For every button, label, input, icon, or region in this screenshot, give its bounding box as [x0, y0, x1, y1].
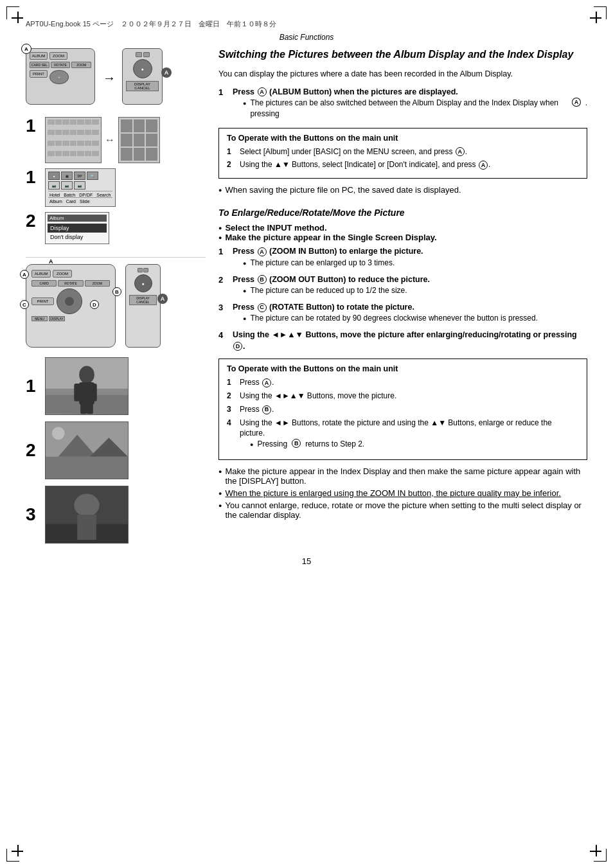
s2-step3-content: Press C (ROTATE Button) to rotate the pi…	[233, 302, 587, 326]
photo-step-num-1: 1	[26, 377, 39, 395]
box2-s1-text: Press A.	[240, 377, 274, 388]
photo-3-dark	[45, 486, 129, 544]
section1-step1: 1 Press A (ALBUM Button) when the pictur…	[218, 87, 587, 121]
photo-1-person	[45, 357, 129, 415]
box1-step1: 1 Select [Album] under [BASIC] on the ME…	[227, 146, 579, 157]
section2-step2: 2 Press B (ZOOM OUT Button) to reduce th…	[218, 274, 587, 298]
step-row-2-album: 2 Album Display Don't display	[26, 212, 206, 244]
circle-C-s2: C	[258, 303, 267, 312]
info-box-1: To Operate with the Buttons on the main …	[218, 128, 587, 179]
crosshair-br	[590, 845, 601, 856]
section2-step4: 4 Using the ◄►▲▼ Buttons, move the pictu…	[218, 330, 587, 352]
s2-step-num-1: 1	[218, 246, 227, 270]
box2-title: To Operate with the Buttons on the main …	[227, 364, 579, 373]
svg-point-3	[79, 366, 94, 384]
svg-rect-5	[74, 384, 82, 402]
section1-title: Switching the Pictures between the Album…	[218, 48, 587, 62]
section2-step1: 1 Press A (ZOOM IN Button) to enlarge th…	[218, 246, 587, 270]
remote-diagram-section1: A ALBUM ZOOM CARD SEL ROTATE ZOOM PRIN	[26, 48, 206, 109]
zoom-btn: ZOOM	[49, 52, 67, 60]
s2-step-num-3: 3	[218, 302, 227, 326]
svg-point-13	[52, 427, 65, 440]
note-cannot: You cannot enlarge, reduce, rotate or mo…	[218, 500, 587, 520]
step-number-1a: 1	[26, 117, 39, 135]
section2-notes: Make the picture appear in the Index Dis…	[218, 466, 587, 520]
circle-A-1: A	[258, 87, 267, 96]
step1-content: Press A (ALBUM Button) when the pictures…	[233, 87, 587, 121]
photo-2-landscape	[45, 421, 129, 479]
header-file-info: APT0U-Eng.book 15 ページ ２００２年９月２７日 金曜日 午前１…	[26, 19, 276, 29]
svg-rect-8	[87, 403, 93, 414]
box1-step2: 2 Using the ▲▼ Buttons, select [Indicate…	[227, 159, 579, 170]
main-content: A ALBUM ZOOM CARD SEL ROTATE ZOOM PRIN	[26, 48, 587, 544]
circle-B-box2: B	[262, 405, 271, 414]
label-A-small-remote: A	[157, 294, 168, 304]
right-panel-remote: ● DISPLAYCANCEL A	[122, 48, 164, 106]
s2-step1-bullet: The picture can be enlarged up to 3 time…	[243, 258, 587, 269]
thumb-grid-screen	[118, 117, 160, 163]
calendar-grid-screen	[45, 117, 102, 163]
photo-step-num-2: 2	[26, 441, 39, 459]
prereq-input: Select the INPUT method.	[218, 223, 587, 233]
box1-step2-text: Using the ▲▼ Buttons, select [Indicate] …	[240, 159, 490, 170]
prereq-single: Make the picture appear in the Single Sc…	[218, 233, 587, 242]
box1-title: To Operate with the Buttons on the main …	[227, 134, 579, 143]
section-divider	[26, 257, 206, 258]
s2-step2-bullet: The picture can be reduced up to 1/2 the…	[243, 285, 587, 296]
crosshair-bl	[12, 845, 23, 856]
box2-step2: 2 Using the ◄►▲▼ Buttons, move the pictu…	[227, 391, 579, 402]
svg-rect-10	[46, 457, 128, 479]
box2-num-1: 1	[227, 377, 236, 388]
s2-step2-content: Press B (ZOOM OUT Button) to reduce the …	[233, 274, 587, 298]
photo-step-1: 1	[26, 357, 206, 415]
circle-A-box1: A	[456, 147, 465, 156]
header-section-title: Basic Functions	[26, 33, 587, 42]
page-number: 15	[26, 556, 587, 566]
album-btn: ALBUM	[30, 52, 48, 60]
s2-step-num-2: 2	[218, 274, 227, 298]
circle-A-box1-2: A	[479, 161, 488, 170]
box2-s4-text: Using the ◄► Buttons, rotate the picture…	[240, 418, 579, 452]
section1-note: When saving the picture file on PC, the …	[218, 185, 587, 195]
s2-step4-content: Using the ◄►▲▼ Buttons, move the picture…	[233, 330, 587, 352]
box1-step-num-1: 1	[227, 146, 236, 157]
box2-s4-bullet: Pressing B returns to Step 2.	[250, 439, 579, 450]
print-btn: PRINT	[30, 70, 48, 78]
photo-step-2: 2	[26, 421, 206, 479]
note-zoom: When the picture is enlarged using the Z…	[218, 488, 587, 498]
box2-step3: 3 Press B.	[227, 404, 579, 415]
dpad-btn: +	[49, 70, 69, 84]
note-index: Make the picture appear in the Index Dis…	[218, 466, 587, 486]
svg-rect-6	[89, 384, 97, 402]
svg-rect-17	[77, 515, 96, 540]
step-row-1-screen: 1 ↔	[26, 117, 206, 163]
box2-s3-text: Press B.	[240, 404, 274, 415]
section2-step3: 3 Press C (ROTATE Button) to rotate the …	[218, 302, 587, 326]
round-button: ●	[133, 59, 152, 78]
box2-num-2: 2	[227, 391, 236, 402]
crosshair-tl	[12, 12, 23, 23]
main-unit-diagram: A ALBUM ZOOM CARD ROTATE ZOOM PRINT	[26, 264, 206, 348]
box2-step1: 1 Press A.	[227, 377, 579, 388]
box2-num-3: 3	[227, 404, 236, 415]
photo-step-3: 3	[26, 486, 206, 544]
box2-num-4: 4	[227, 418, 236, 452]
svg-point-16	[74, 494, 99, 517]
svg-rect-7	[80, 403, 87, 414]
box2-step4: 4 Using the ◄► Buttons, rotate the pictu…	[227, 418, 579, 452]
album-item-display: Display	[48, 224, 107, 233]
main-unit: A ALBUM ZOOM CARD ROTATE ZOOM PRINT	[26, 264, 116, 348]
circle-A-box2: A	[262, 378, 271, 387]
label-A-panel: A	[161, 67, 172, 78]
circle-B-box2-2: B	[292, 439, 301, 448]
circle-A-2: A	[572, 98, 580, 107]
section2-title: To Enlarge/Reduce/Rotate/Move the Pictur…	[218, 208, 587, 218]
box2-s2-text: Using the ◄►▲▼ Buttons, move the picture…	[240, 391, 396, 402]
step-number-2: 2	[26, 212, 39, 230]
label-A-remote: A	[21, 44, 31, 54]
crosshair-tr	[590, 12, 601, 23]
circle-D-s2: D	[233, 342, 242, 351]
step-num-1: 1	[218, 87, 227, 121]
s2-step-num-4: 4	[218, 330, 227, 352]
remote-control-1: A ALBUM ZOOM CARD SEL ROTATE ZOOM PRIN	[26, 48, 96, 109]
